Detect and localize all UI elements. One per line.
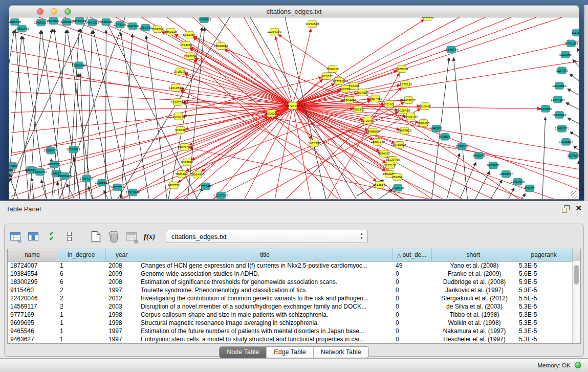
cell-in_degree[interactable]: 6 bbox=[57, 278, 106, 286]
column-header-in_degree[interactable]: in_degree bbox=[57, 249, 106, 261]
network-edge[interactable] bbox=[9, 174, 11, 199]
cell-short[interactable]: Tibbo et al. (1998) bbox=[432, 311, 516, 319]
cell-in_degree[interactable]: 2 bbox=[57, 294, 106, 302]
table-row[interactable]: 1938455462009Genome-wide association stu… bbox=[8, 270, 580, 278]
table-row[interactable]: 1872400712008Changes of HCN gene express… bbox=[8, 261, 580, 270]
network-edge[interactable] bbox=[186, 106, 293, 171]
network-edge[interactable] bbox=[69, 29, 79, 199]
network-edge[interactable] bbox=[11, 92, 293, 106]
table-settings-icon[interactable]: ⚙ bbox=[9, 229, 22, 244]
network-edge[interactable] bbox=[460, 162, 476, 199]
network-edge[interactable] bbox=[568, 89, 579, 95]
network-window-titlebar[interactable]: citations_edges.txt bbox=[9, 5, 579, 17]
network-edge[interactable] bbox=[447, 154, 460, 199]
cell-year[interactable]: 2008 bbox=[106, 278, 138, 286]
table-row[interactable]: 1456911722003Disruption of a novel membe… bbox=[8, 302, 580, 311]
cell-title[interactable]: Corpus callosum shape and size in male p… bbox=[138, 311, 393, 319]
cell-pagerank[interactable]: 5.9E-5 bbox=[516, 278, 574, 286]
network-edge[interactable] bbox=[11, 106, 293, 113]
delete-trash-icon[interactable] bbox=[107, 229, 120, 244]
cell-year[interactable]: 2008 bbox=[106, 261, 138, 270]
cell-title[interactable]: Investigating the contribution of common… bbox=[138, 294, 393, 302]
cell-year[interactable]: 1998 bbox=[106, 311, 138, 319]
table-row[interactable]: 1830029562008Estimation of significance … bbox=[8, 278, 580, 286]
cell-short[interactable]: Franke et al. (2009) bbox=[432, 270, 516, 278]
select-rows-icon[interactable]: ✔✔ bbox=[45, 229, 58, 244]
network-edge[interactable] bbox=[146, 36, 167, 199]
cell-title[interactable]: Tourette syndrome. Phenomenology and cla… bbox=[138, 286, 393, 294]
network-edge[interactable] bbox=[293, 17, 511, 106]
network-edge[interactable] bbox=[293, 17, 536, 106]
table-row[interactable]: 946554611997Estimation of the future num… bbox=[8, 327, 580, 335]
column-header-name[interactable]: name bbox=[8, 249, 57, 261]
network-edge[interactable] bbox=[566, 103, 579, 110]
network-edge[interactable] bbox=[293, 17, 485, 106]
cell-in_degree[interactable]: 2 bbox=[57, 286, 106, 294]
cell-pagerank[interactable]: 5.3E-5 bbox=[516, 319, 574, 327]
cell-out_de[interactable]: 0 bbox=[393, 270, 432, 278]
cell-out_de[interactable]: 0 bbox=[393, 335, 432, 343]
cell-in_degree[interactable]: 2 bbox=[57, 302, 106, 311]
cell-year[interactable]: 1997 bbox=[106, 286, 138, 294]
network-edge[interactable] bbox=[105, 30, 106, 199]
cell-out_de[interactable]: 49 bbox=[393, 261, 432, 270]
cell-title[interactable]: Disruption of a novel member of a sodium… bbox=[138, 302, 393, 311]
cell-year[interactable]: 1998 bbox=[106, 319, 138, 327]
scrollbar-thumb[interactable] bbox=[574, 265, 579, 285]
float-panel-icon[interactable] bbox=[562, 205, 570, 213]
tab-edge-table[interactable]: Edge Table bbox=[267, 347, 313, 358]
cell-out_de[interactable]: 0 bbox=[393, 319, 432, 327]
network-edge[interactable] bbox=[11, 106, 293, 154]
cell-short[interactable]: Nakamura et al. (1997) bbox=[432, 327, 516, 335]
cell-short[interactable]: Yano et al. (2008) bbox=[432, 261, 516, 270]
cell-out_de[interactable]: 0 bbox=[393, 286, 432, 294]
network-edge[interactable] bbox=[225, 49, 293, 105]
cell-title[interactable]: Estimation of significance thresholds fo… bbox=[138, 278, 393, 286]
cell-out_de[interactable]: 0 bbox=[393, 302, 432, 311]
cell-short[interactable]: Wolkin et al. (1998) bbox=[432, 319, 516, 327]
cell-year[interactable]: 1997 bbox=[106, 335, 138, 343]
cell-name[interactable]: 14569117 bbox=[8, 302, 57, 311]
cell-short[interactable]: Jankovic et al. (1997) bbox=[432, 286, 516, 294]
network-canvas[interactable]: 2405572206914061065325715276026466160107… bbox=[9, 17, 579, 200]
network-edge[interactable] bbox=[574, 146, 579, 150]
table-row[interactable]: 911546021997Tourette syndrome. Phenomeno… bbox=[8, 286, 580, 294]
cell-name[interactable]: 9777169 bbox=[8, 311, 57, 319]
cell-out_de[interactable]: 0 bbox=[393, 327, 432, 335]
cell-name[interactable]: 9115460 bbox=[8, 286, 57, 294]
table-vertical-scrollbar[interactable] bbox=[572, 261, 580, 343]
network-edge[interactable] bbox=[86, 31, 92, 199]
cell-pagerank[interactable]: 5.3E-5 bbox=[516, 302, 574, 311]
network-edge[interactable] bbox=[293, 41, 579, 106]
cell-title[interactable]: Structural magnetic resonance image aver… bbox=[138, 319, 393, 327]
import-table-icon[interactable] bbox=[125, 229, 138, 244]
cell-pagerank[interactable]: 5.3E-5 bbox=[516, 335, 574, 343]
tab-network-table[interactable]: Network Table bbox=[314, 347, 368, 358]
network-table-select[interactable]: citations_edges.txt ▲▼ bbox=[166, 230, 368, 243]
cell-name[interactable]: 9463627 bbox=[8, 335, 57, 343]
network-edge[interactable] bbox=[570, 74, 579, 81]
network-edge[interactable] bbox=[568, 118, 579, 123]
table-row[interactable]: 946362711997Embryonic stem cells: a mode… bbox=[8, 335, 580, 343]
network-edge[interactable] bbox=[15, 30, 29, 199]
cell-year[interactable]: 2012 bbox=[106, 294, 138, 302]
cell-out_de[interactable]: 0 bbox=[393, 294, 432, 302]
close-panel-icon[interactable]: ✕ bbox=[575, 204, 582, 213]
cell-name[interactable]: 9699695 bbox=[8, 319, 57, 327]
cell-year[interactable]: 2009 bbox=[106, 270, 138, 278]
cell-pagerank[interactable]: 5.3E-5 bbox=[516, 286, 574, 294]
cell-name[interactable]: 9465546 bbox=[8, 327, 57, 335]
cell-name[interactable]: 18724007 bbox=[8, 261, 57, 270]
network-graph[interactable]: 2405572206914061065325715276026466160107… bbox=[9, 17, 579, 199]
network-edge[interactable] bbox=[57, 182, 59, 199]
network-view-window[interactable]: citations_edges.txt 24055722069140610653… bbox=[9, 5, 579, 200]
column-header-short[interactable]: short bbox=[432, 249, 516, 261]
network-edge[interactable] bbox=[578, 161, 579, 163]
network-edge[interactable] bbox=[377, 189, 393, 199]
cell-year[interactable]: 1997 bbox=[106, 327, 138, 335]
row-height-icon[interactable] bbox=[62, 229, 76, 244]
tab-node-table[interactable]: Node Table bbox=[220, 347, 267, 358]
network-edge[interactable] bbox=[88, 187, 93, 199]
network-edge[interactable] bbox=[475, 171, 490, 199]
cell-out_de[interactable]: 0 bbox=[393, 311, 432, 319]
